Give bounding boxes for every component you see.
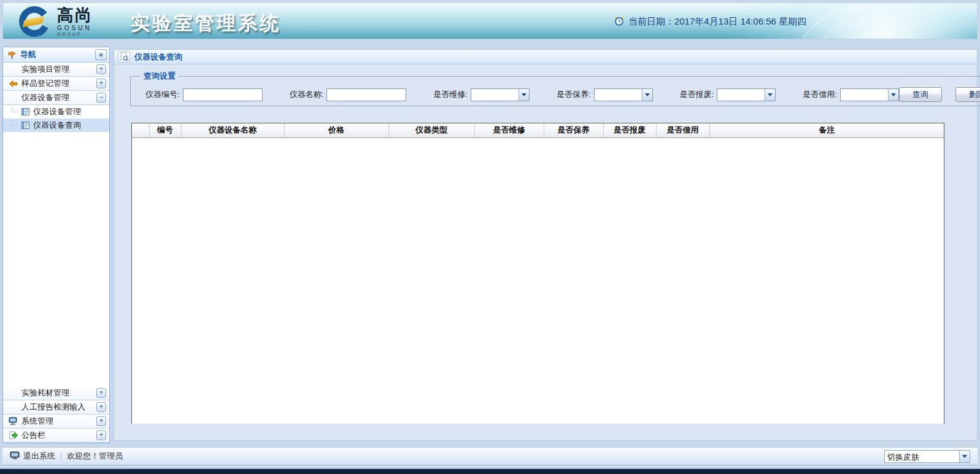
gosun-logo-icon — [19, 6, 50, 37]
expand-icon[interactable]: + — [96, 430, 106, 440]
clock-icon — [614, 16, 624, 28]
brand-sub-group: GROUP — [57, 32, 93, 36]
welcome-text: 欢迎您！管理员 — [67, 451, 123, 462]
brand-logo: 高尚 GOSUN GROUP — [19, 6, 93, 37]
expand-icon[interactable]: + — [96, 388, 106, 398]
dropdown-arrow-icon[interactable] — [888, 89, 898, 101]
orange-arrow-icon — [8, 80, 18, 88]
status-bar: 退出系统 欢迎您！管理员 切换皮肤 — [2, 447, 978, 465]
instrument-number-field: 仪器编号: — [145, 88, 263, 101]
column-header-select[interactable] — [132, 123, 149, 138]
column-header-repair[interactable]: 是否维修 — [474, 123, 544, 138]
table-body-empty — [132, 138, 944, 424]
sidebar-subitem-instrument-query[interactable]: 仪器设备查询 — [3, 118, 109, 132]
column-header-scrap[interactable]: 是否报废 — [603, 123, 656, 138]
collapse-minus-icon[interactable]: − — [96, 93, 106, 103]
sidebar-item-instrument-management[interactable]: 仪器设备管理 − — [3, 91, 109, 105]
instrument-name-field: 仪器名称: — [290, 88, 407, 101]
current-date-text: 当前日期：2017年4月13日 14:06:56 星期四 — [628, 16, 806, 28]
scrap-status-select[interactable] — [717, 88, 776, 101]
sidebar: 导航 « 实验项目管理 + 样品登记管理 + 仪器设备管理 − — [2, 47, 110, 443]
app-title: 实验室管理系统 — [131, 10, 281, 36]
column-header-instrument-name[interactable]: 仪器设备名称 — [181, 123, 284, 138]
content-tab-bar: 仪器设备查询 — [114, 49, 978, 64]
computer-icon — [8, 417, 18, 425]
query-buttons: 查询 删除 — [899, 87, 980, 102]
expand-icon[interactable]: + — [96, 416, 106, 426]
globe-ring — [793, 8, 922, 39]
sidebar-collapse-button[interactable]: « — [95, 49, 107, 60]
sidebar-nav-header: 导航 « — [3, 47, 109, 63]
tree-line — [12, 120, 17, 126]
page-title: 仪器设备查询 — [134, 52, 182, 63]
form-icon — [20, 108, 30, 115]
logout-button[interactable]: 退出系统 — [10, 451, 55, 462]
expand-icon[interactable]: + — [96, 79, 106, 88]
sidebar-item-consumables-management[interactable]: 实验耗材管理 + — [3, 386, 109, 400]
results-table: 编号 仪器设备名称 价格 仪器类型 是否维修 是否保养 是否报废 是否借用 备注 — [131, 123, 944, 424]
dropdown-arrow-icon[interactable] — [642, 89, 652, 101]
column-header-borrow[interactable]: 是否借用 — [656, 123, 709, 138]
sidebar-item-experiment-project[interactable]: 实验项目管理 + — [3, 63, 109, 77]
sidebar-subitem-instrument-management[interactable]: 仪器设备管理 — [3, 105, 109, 118]
column-header-price[interactable]: 价格 — [284, 123, 388, 138]
app-header: 高尚 GOSUN GROUP 实验室管理系统 当前日期：2017年4月13日 1… — [2, 2, 978, 39]
instrument-name-input[interactable] — [326, 88, 406, 101]
column-header-number[interactable]: 编号 — [149, 123, 181, 138]
expand-icon[interactable]: + — [96, 64, 106, 74]
sidebar-title: 导航 — [20, 49, 36, 60]
column-header-maintenance[interactable]: 是否保养 — [544, 123, 603, 138]
sidebar-item-bulletin-board[interactable]: 公告栏 + — [3, 429, 109, 443]
current-date: 当前日期：2017年4月13日 14:06:56 星期四 — [614, 16, 806, 28]
brand-name: 高尚 — [57, 7, 93, 24]
sidebar-item-manual-report-input[interactable]: 人工报告检测输入 + — [3, 400, 109, 414]
column-header-instrument-type[interactable]: 仪器类型 — [388, 123, 474, 138]
dropdown-arrow-icon[interactable] — [519, 89, 529, 101]
column-header-remarks[interactable]: 备注 — [709, 123, 944, 138]
search-button[interactable]: 查询 — [899, 87, 942, 102]
page-search-icon — [118, 51, 130, 63]
query-settings-legend: 查询设置 — [141, 71, 179, 82]
brand-sub-name: GOSUN — [57, 25, 93, 32]
expand-icon[interactable]: + — [96, 402, 106, 412]
form-icon — [20, 122, 30, 129]
sidebar-item-system-management[interactable]: 系统管理 + — [3, 414, 109, 429]
window-bottom-edge — [0, 469, 980, 474]
skin-switch-select[interactable]: 切换皮肤 — [884, 450, 970, 463]
dropdown-arrow-icon[interactable] — [765, 89, 775, 101]
query-form-row: 仪器编号: 仪器名称: 是否维修: 是否保养: — [137, 82, 980, 107]
repair-status-select[interactable] — [471, 88, 530, 101]
maintenance-status-select[interactable] — [594, 88, 653, 101]
delete-button[interactable]: 删除 — [955, 87, 980, 102]
sidebar-empty-space — [3, 132, 109, 386]
instrument-number-input[interactable] — [183, 88, 263, 101]
dropdown-arrow-icon[interactable] — [959, 451, 970, 462]
main-panel: 查询设置 仪器编号: 仪器名称: 是否维修: 是否保养: — [114, 64, 978, 441]
maintenance-status-field: 是否保养: — [557, 88, 653, 101]
green-arrow-icon — [8, 431, 18, 440]
borrow-status-select[interactable] — [840, 88, 899, 101]
borrow-status-field: 是否借用: — [803, 88, 899, 101]
query-settings-fieldset: 查询设置 仪器编号: 仪器名称: 是否维修: 是否保养: — [130, 71, 980, 106]
tree-line — [12, 107, 17, 112]
globe-ring — [817, 20, 897, 39]
separator — [61, 452, 61, 460]
monitor-icon — [10, 451, 20, 462]
table-header-row: 编号 仪器设备名称 价格 仪器类型 是否维修 是否保养 是否报废 是否借用 备注 — [132, 123, 944, 138]
repair-status-field: 是否维修: — [433, 88, 530, 101]
sidebar-item-sample-registration[interactable]: 样品登记管理 + — [3, 77, 109, 91]
signpost-icon — [7, 50, 17, 60]
scrap-status-field: 是否报废: — [680, 88, 776, 101]
